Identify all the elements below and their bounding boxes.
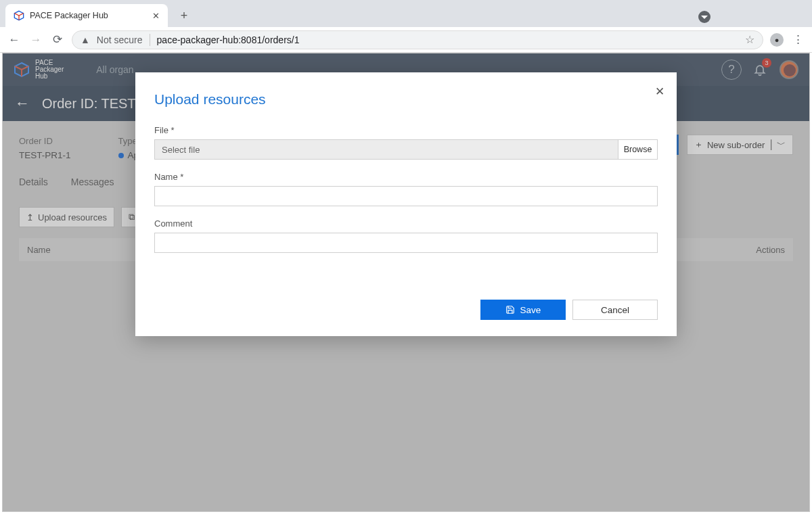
name-label: Name * <box>154 172 658 182</box>
comment-input[interactable] <box>154 233 658 253</box>
browser-tab[interactable]: PACE Packager Hub ✕ <box>5 4 168 27</box>
profile-icon[interactable]: ● <box>770 33 784 47</box>
address-url: pace-packager-hub:8081/orders/1 <box>157 34 300 45</box>
bookmark-star-icon[interactable]: ☆ <box>745 33 754 46</box>
close-tab-icon[interactable]: ✕ <box>152 11 160 21</box>
not-secure-icon: ▲ <box>81 34 90 45</box>
modal-overlay: ✕ Upload resources File * Select file Br… <box>3 53 809 511</box>
modal-actions: Save Cancel <box>480 300 658 320</box>
close-icon[interactable]: ✕ <box>655 85 664 99</box>
file-label: File * <box>154 125 658 135</box>
upload-resources-modal: ✕ Upload resources File * Select file Br… <box>135 72 677 336</box>
address-bar[interactable]: ▲ Not secure pace-packager-hub:8081/orde… <box>72 30 763 49</box>
account-indicator-icon[interactable] <box>698 11 710 23</box>
file-picker: Select file Browse <box>154 139 658 160</box>
comment-label: Comment <box>154 218 658 229</box>
file-input[interactable]: Select file <box>154 139 618 160</box>
address-separator <box>150 34 150 46</box>
reload-icon[interactable]: ⟳ <box>50 32 65 47</box>
app-viewport: PACE Packager Hub All organ ? 3 ← Order … <box>2 53 810 512</box>
security-label: Not secure <box>97 34 143 45</box>
modal-title: Upload resources <box>154 91 658 108</box>
back-icon[interactable]: ← <box>7 33 22 47</box>
browser-tab-strip: PACE Packager Hub ✕ + <box>0 0 812 27</box>
cancel-button[interactable]: Cancel <box>572 300 658 320</box>
favicon-cube-icon <box>14 10 24 21</box>
browse-button[interactable]: Browse <box>618 139 658 160</box>
save-button[interactable]: Save <box>480 300 566 320</box>
forward-icon[interactable]: → <box>28 33 43 47</box>
new-tab-button[interactable]: + <box>175 6 194 25</box>
save-icon <box>505 305 515 314</box>
browser-toolbar: ← → ⟳ ▲ Not secure pace-packager-hub:808… <box>0 27 812 53</box>
tab-title: PACE Packager Hub <box>30 11 108 20</box>
name-input[interactable] <box>154 186 658 206</box>
kebab-menu-icon[interactable]: ⋮ <box>790 32 805 47</box>
